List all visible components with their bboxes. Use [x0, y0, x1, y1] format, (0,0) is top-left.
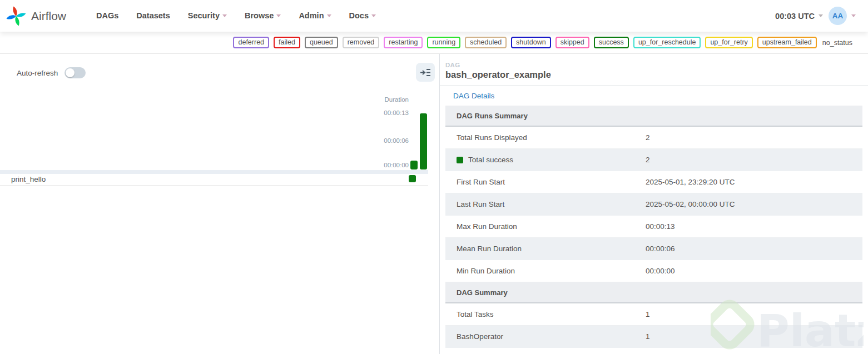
- row-value: 00:00:06: [646, 238, 862, 260]
- row-value: 00:00:00: [646, 260, 862, 282]
- status-badge-removed[interactable]: removed: [343, 37, 380, 48]
- dag-id-title: bash_operator_example: [445, 69, 868, 85]
- duration-tick: 00:00:13: [370, 109, 409, 116]
- status-badge-up-for-retry[interactable]: up_for_retry: [705, 37, 752, 48]
- details-panel: DAG bash_operator_example DAG Details DA…: [440, 54, 868, 354]
- nav-item-label: Docs: [349, 0, 369, 32]
- status-badge-failed[interactable]: failed: [274, 37, 300, 48]
- auto-refresh-label: Auto-refresh: [17, 69, 58, 77]
- navbar-right: 00:03 UTC AA: [775, 7, 856, 25]
- status-badge-deferred[interactable]: deferred: [233, 37, 269, 48]
- table-row: Total Runs Displayed 2: [445, 127, 862, 149]
- grid-axis-band: [0, 170, 428, 174]
- brand-name: Airflow: [31, 9, 66, 23]
- row-label: Total Tasks: [457, 303, 494, 326]
- row-label: Mean Run Duration: [457, 238, 522, 260]
- utc-clock: 00:03 UTC: [775, 12, 815, 21]
- row-label: First Run Start: [457, 171, 505, 193]
- chevron-down-icon: [819, 14, 823, 17]
- status-badge-success[interactable]: success: [594, 37, 629, 48]
- nav-item-docs[interactable]: Docs: [340, 0, 385, 32]
- row-value: 00:00:13: [646, 216, 862, 237]
- chevron-down-icon: [371, 14, 376, 17]
- nav-item-dags[interactable]: DAGs: [87, 0, 127, 32]
- duration-tick: 00:00:00: [370, 162, 409, 168]
- status-badge-running[interactable]: running: [427, 37, 460, 48]
- nav-item-label: Datasets: [136, 0, 170, 32]
- status-badge-skipped[interactable]: skipped: [555, 37, 589, 48]
- status-badge-scheduled[interactable]: scheduled: [465, 37, 507, 48]
- task-instance-square[interactable]: [409, 175, 416, 182]
- main-content: Auto-refresh Duration 00:00:13 00:00:06: [0, 54, 868, 354]
- top-navbar: Airflow DAGs Datasets Security Browse Ad…: [0, 0, 868, 32]
- nav-item-label: Admin: [299, 0, 324, 32]
- tab-dag-details[interactable]: DAG Details: [453, 92, 494, 100]
- duration-tick: 00:00:06: [370, 137, 409, 144]
- chevron-down-icon: [222, 14, 227, 17]
- table-row: First Run Start 2025-05-01, 23:29:20 UTC: [445, 171, 862, 193]
- user-menu[interactable]: AA: [829, 7, 856, 25]
- nav-item-browse[interactable]: Browse: [236, 0, 290, 32]
- row-label: Max Run Duration: [457, 216, 517, 238]
- auto-refresh-toggle[interactable]: [65, 67, 86, 78]
- status-badge-queued[interactable]: queued: [305, 37, 338, 48]
- nav-item-label: DAGs: [96, 0, 118, 32]
- status-badge-no-status: no_status: [821, 38, 854, 47]
- toggle-knob: [66, 68, 75, 77]
- table-row: BashOperator 1: [445, 326, 862, 348]
- section-header-dag-runs-summary: DAG Runs Summary: [445, 106, 862, 127]
- nav-item-admin[interactable]: Admin: [290, 0, 340, 32]
- grid-panel: Auto-refresh Duration 00:00:13 00:00:06: [0, 54, 439, 354]
- chevron-down-icon: [276, 14, 281, 17]
- nav-item-label: Browse: [245, 0, 274, 32]
- task-state-legend: deferred failed queued removed restartin…: [0, 32, 868, 54]
- nav-item-label: Security: [188, 0, 220, 32]
- status-badge-shutdown[interactable]: shutdown: [511, 37, 551, 48]
- auto-refresh-control: Auto-refresh: [17, 67, 86, 78]
- section-header-dag-summary: DAG Summary: [445, 282, 862, 303]
- status-badge-restarting[interactable]: restarting: [384, 37, 423, 48]
- dag-run-bar[interactable]: [420, 113, 427, 169]
- title-divider: [440, 85, 868, 86]
- avatar: AA: [829, 7, 847, 25]
- dag-details-table: DAG Runs Summary Total Runs Displayed 2 …: [445, 106, 862, 348]
- dag-kicker-label: DAG: [445, 62, 868, 68]
- row-value: 1: [646, 326, 862, 348]
- table-row: Total success 2: [445, 149, 862, 171]
- table-row: Min Run Duration 00:00:00: [445, 260, 862, 282]
- table-row: Last Run Start 2025-05-02, 00:00:00 UTC: [445, 193, 862, 216]
- row-value: 2025-05-02, 00:00:00 UTC: [646, 193, 862, 216]
- duration-axis-title: Duration: [385, 96, 409, 103]
- airflow-app: Airflow DAGs Datasets Security Browse Ad…: [0, 0, 868, 354]
- table-row: Mean Run Duration 00:00:06: [445, 238, 862, 260]
- chevron-down-icon: [851, 14, 856, 17]
- row-value: 2025-05-01, 23:29:20 UTC: [646, 171, 862, 193]
- row-value: 2: [646, 149, 862, 171]
- table-row: Total Tasks 1: [445, 303, 862, 326]
- row-label: Total Runs Displayed: [457, 127, 527, 149]
- row-label: Total success: [468, 149, 513, 171]
- main-menu: DAGs Datasets Security Browse Admin Docs: [87, 0, 385, 32]
- row-label: Min Run Duration: [457, 260, 515, 282]
- row-label: Last Run Start: [457, 193, 504, 216]
- airflow-logo-home-link[interactable]: Airflow: [6, 6, 66, 27]
- timezone-selector[interactable]: 00:03 UTC: [775, 12, 823, 21]
- success-color-swatch: [457, 157, 463, 163]
- status-badge-up-for-reschedule[interactable]: up_for_reschedule: [633, 37, 701, 48]
- task-row: print_hello: [0, 174, 428, 186]
- status-badge-upstream-failed[interactable]: upstream_failed: [757, 37, 817, 48]
- task-name-print-hello[interactable]: print_hello: [11, 174, 46, 185]
- table-row: Max Run Duration 00:00:13: [445, 216, 862, 238]
- airflow-pinwheel-icon: [6, 6, 27, 27]
- dag-run-bar[interactable]: [410, 161, 418, 169]
- row-label: BashOperator: [457, 326, 503, 348]
- row-value: 1: [646, 303, 862, 325]
- row-value: 2: [646, 127, 862, 148]
- dag-run-duration-bars: [410, 54, 427, 169]
- nav-item-security[interactable]: Security: [179, 0, 236, 32]
- chevron-down-icon: [327, 14, 331, 17]
- nav-item-datasets[interactable]: Datasets: [127, 0, 178, 32]
